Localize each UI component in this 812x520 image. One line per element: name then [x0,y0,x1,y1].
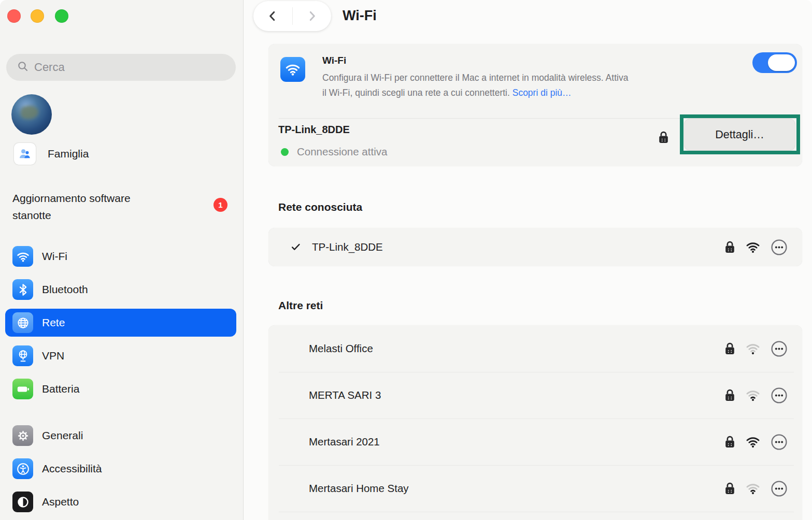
wifi-toggle[interactable] [752,52,797,73]
current-network-status: Connessione attiva [281,146,387,158]
more-options-button[interactable] [771,434,788,451]
appearance-icon [12,492,33,512]
known-network-section-title: Rete conosciuta [278,201,362,213]
network-globe-icon [12,312,33,333]
sidebar-item-label: Wi-Fi [42,250,67,263]
network-name: TP-Link_8DDE [312,241,383,253]
accessibility-icon [12,458,33,479]
connected-status-dot [281,148,289,156]
page-title: Wi-Fi [343,8,377,24]
sidebar-item-general[interactable]: Generali [5,419,236,452]
current-network-name: TP-Link_8DDE [278,124,350,136]
network-name: Mertasari 2021 [309,436,380,448]
sidebar-item-network[interactable]: Rete [5,309,236,337]
signal-strength-icon [745,387,761,403]
back-button[interactable] [253,1,292,31]
main-panel: Wi-Fi Wi-Fi Configura il Wi-Fi per conne… [244,0,812,520]
wifi-description-line1: Configura il Wi-Fi per connettere il Mac… [322,70,628,85]
sidebar-nav-network-group: Wi-Fi Bluetooth Rete [5,240,236,406]
toggle-knob [768,54,795,71]
more-options-button[interactable] [771,239,788,256]
wifi-description-line2: il Wi-Fi, quindi scegli una rete a cui c… [322,88,510,98]
lock-icon [724,342,735,356]
network-name: Mertasari Home Stay [309,482,409,495]
navigation-pill [253,1,331,31]
network-row-icons [724,480,788,497]
lock-icon [724,482,735,496]
more-options-button[interactable] [771,387,788,404]
sidebar-item-label: Generali [42,429,83,442]
network-row[interactable]: Mertasari 2021 [268,418,802,465]
wifi-settings-card: Wi-Fi Configura il Wi-Fi per connettere … [268,44,802,166]
known-network-card[interactable]: TP-Link_8DDE [268,228,802,266]
sidebar-item-label: Batteria [42,383,79,395]
other-networks-card: Melasti Office [268,325,802,520]
network-row-icons [724,387,788,404]
search-input[interactable] [34,61,205,74]
sidebar-item-label: Bluetooth [42,283,88,296]
sidebar: Famiglia Aggiornamento software stanotte… [0,0,244,520]
sidebar-nav-general-group: Generali Accessibilità Aspetto [5,419,236,518]
network-row-icons [724,434,788,451]
signal-strength-icon [745,434,761,450]
network-name: Melasti Office [309,342,373,355]
sidebar-item-software-update[interactable]: Aggiornamento software stanotte 1 [12,190,232,224]
signal-strength-icon [745,239,761,255]
sidebar-item-vpn[interactable]: VPN [5,339,236,372]
more-options-button[interactable] [771,340,788,357]
system-settings-window: Famiglia Aggiornamento software stanotte… [0,0,812,520]
network-row-icons [724,340,788,357]
other-networks-section-title: Altre reti [278,299,323,312]
battery-icon [12,379,33,399]
window-minimize-button[interactable] [31,9,44,23]
network-row[interactable]: Mertasari Home Stay [268,465,802,512]
sidebar-item-label: Accessibilità [42,463,102,475]
software-update-label: Aggiornamento software stanotte [12,190,168,224]
learn-more-link[interactable]: Scopri di più… [512,88,572,98]
network-name: MERTA SARI 3 [309,389,381,401]
sidebar-item-accessibility[interactable]: Accessibilità [5,452,236,485]
status-text: Connessione attiva [297,146,387,158]
lock-icon [724,435,735,449]
sidebar-item-wifi[interactable]: Wi-Fi [5,240,236,273]
sidebar-item-appearance[interactable]: Aspetto [5,485,236,518]
window-zoom-button[interactable] [55,9,68,23]
network-row[interactable]: MERTA SARI 3 [268,372,802,418]
vpn-icon [12,345,33,366]
network-row[interactable]: Melasti Office [268,325,802,372]
more-options-button[interactable] [771,480,788,497]
lock-icon [724,388,735,402]
signal-strength-icon [745,481,761,496]
sidebar-item-family[interactable]: Famiglia [14,143,89,165]
sidebar-item-label: VPN [42,350,64,362]
sidebar-item-bluetooth[interactable]: Bluetooth [5,273,236,306]
sidebar-item-battery[interactable]: Batteria [5,372,236,406]
window-close-button[interactable] [7,9,21,23]
wifi-description: Configura il Wi-Fi per connettere il Mac… [322,70,628,100]
signal-strength-icon [745,341,761,356]
wifi-app-icon [280,57,305,82]
checkmark-icon [290,241,304,253]
lock-icon [724,240,735,254]
bluetooth-icon [12,279,33,300]
sidebar-item-label: Aspetto [42,496,79,508]
wifi-icon [12,246,33,267]
sidebar-item-label: Rete [42,316,65,329]
network-row-icons [724,239,788,256]
family-sharing-icon [14,143,36,165]
family-label: Famiglia [48,148,89,160]
search-icon [17,60,29,75]
gear-icon [12,425,33,446]
search-field[interactable] [6,54,236,81]
wifi-card-title: Wi-Fi [322,55,346,66]
forward-button[interactable] [293,1,332,31]
details-button[interactable]: Dettagli… [685,119,795,150]
profile-avatar[interactable] [11,94,52,135]
lock-icon [658,131,669,145]
update-count-badge: 1 [213,198,227,212]
